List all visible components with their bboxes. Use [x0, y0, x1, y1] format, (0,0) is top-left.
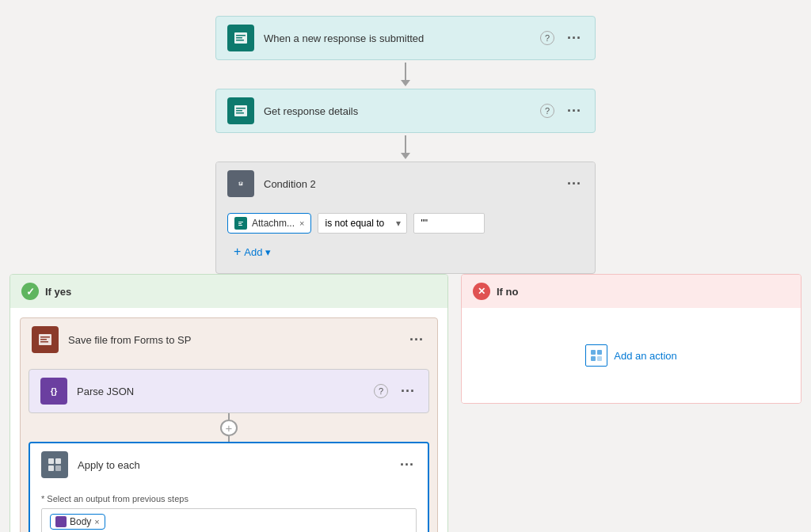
- if-yes-body: Save file from Forms to SP ···: [10, 308, 447, 532]
- step1-more-button[interactable]: ···: [565, 28, 584, 48]
- body-token: Body ×: [50, 514, 105, 530]
- scope-body: {} Parse JSON ? ···: [21, 361, 437, 532]
- condition-add-button[interactable]: + Add ▾: [227, 241, 277, 262]
- if-no-branch: ✕ If no Add an: [461, 274, 801, 404]
- step1-label: When a new response is submitted: [264, 32, 538, 44]
- if-yes-header: ✓ If yes: [10, 275, 447, 308]
- step2-more-button[interactable]: ···: [565, 101, 584, 120]
- apply-each-actions: ···: [398, 455, 417, 474]
- scope-actions: ···: [407, 330, 426, 349]
- scope-icon: [32, 326, 59, 353]
- body-token-text: Body: [70, 516, 91, 527]
- plus-button[interactable]: +: [220, 420, 238, 436]
- svg-rect-5: [236, 108, 246, 109]
- svg-rect-14: [238, 223, 242, 224]
- check-symbol: ✓: [26, 286, 35, 298]
- svg-rect-30: [597, 356, 602, 361]
- condition-operator-select[interactable]: is not equal to: [318, 213, 407, 234]
- help-icon-parse: ?: [374, 384, 388, 398]
- svg-rect-29: [591, 356, 596, 361]
- if-no-header: ✕ If no: [462, 275, 801, 308]
- plus-connector-1: +: [29, 413, 429, 442]
- add-icon-condition: +: [234, 245, 241, 259]
- more-icon-2: ···: [567, 103, 581, 120]
- if-no-body: Add an action: [462, 308, 801, 403]
- plus-line-bottom: [228, 436, 230, 443]
- more-icon-scope: ···: [409, 332, 424, 348]
- add-action-button[interactable]: Add an action: [471, 329, 791, 382]
- attachment-token[interactable]: Attachm... ×: [227, 213, 311, 234]
- scope-save-file: Save file from Forms to SP ···: [20, 317, 438, 532]
- step2-help-button[interactable]: ?: [538, 101, 557, 120]
- output-input-box[interactable]: Body ×: [41, 508, 417, 532]
- svg-rect-7: [236, 112, 244, 114]
- apply-to-each-block: Apply to each ··· * Select an output fro…: [29, 442, 429, 532]
- step-when-new-response: When a new response is submitted ? ···: [215, 16, 596, 60]
- parse-json-row: {} Parse JSON ? ···: [29, 370, 428, 412]
- svg-rect-2: [236, 37, 242, 39]
- forms-icon-1: [227, 25, 254, 51]
- if-yes-branch: ✓ If yes: [10, 274, 448, 532]
- condition-row: Attachm... × is not equal to: [227, 213, 584, 234]
- condition-more-button[interactable]: ···: [565, 174, 584, 193]
- arrow-2: [401, 133, 410, 162]
- condition-block: Condition 2 ···: [215, 162, 596, 274]
- cross-symbol: ✕: [478, 286, 485, 297]
- svg-rect-10: [240, 184, 242, 184]
- svg-rect-9: [240, 183, 242, 184]
- apply-each-label: Apply to each: [78, 459, 398, 471]
- step-get-response-details: Get response details ? ···: [215, 89, 596, 133]
- condition-actions: ···: [565, 174, 584, 193]
- svg-rect-6: [236, 110, 242, 112]
- check-icon: ✓: [21, 283, 39, 300]
- help-icon-2: ?: [540, 104, 554, 118]
- condition-value-input[interactable]: [413, 213, 485, 234]
- step1-help-button[interactable]: ?: [538, 28, 557, 48]
- step1-actions: ? ···: [538, 28, 584, 48]
- svg-rect-28: [597, 350, 602, 355]
- help-icon-1: ?: [540, 31, 554, 45]
- add-action-icon: [585, 344, 607, 367]
- cross-icon: ✕: [473, 283, 490, 300]
- body-token-remove[interactable]: ×: [94, 517, 99, 526]
- if-yes-label: If yes: [45, 286, 71, 298]
- parse-json-label: Parse JSON: [77, 386, 371, 397]
- condition-operator-wrapper: is not equal to: [318, 213, 407, 234]
- scope-more-button[interactable]: ···: [407, 330, 426, 349]
- svg-rect-19: [40, 341, 48, 343]
- arrow-head-1: [401, 80, 410, 86]
- parse-json-actions: ? ···: [371, 382, 417, 401]
- more-icon-parse: ···: [401, 383, 415, 400]
- apply-each-more-button[interactable]: ···: [398, 455, 417, 474]
- if-no-label: If no: [497, 286, 518, 298]
- condition-body: Attachm... × is not equal to + Add ▾: [216, 205, 595, 273]
- condition-icon: [227, 170, 254, 197]
- attachment-token-remove[interactable]: ×: [299, 218, 304, 228]
- step2-label: Get response details: [264, 105, 538, 117]
- scope-header: Save file from Forms to SP ···: [21, 318, 437, 361]
- parse-json-step: {} Parse JSON ? ···: [29, 369, 429, 413]
- svg-rect-11: [240, 182, 242, 183]
- svg-rect-13: [238, 222, 243, 222]
- parse-json-more-button[interactable]: ···: [398, 382, 417, 401]
- svg-rect-21: [55, 458, 61, 464]
- parse-json-help-button[interactable]: ?: [371, 382, 390, 401]
- svg-rect-3: [236, 40, 244, 41]
- svg-rect-17: [40, 336, 50, 338]
- arrow-head-2: [401, 153, 410, 159]
- add-action-label: Add an action: [614, 350, 677, 362]
- svg-rect-27: [591, 350, 596, 355]
- svg-rect-22: [48, 466, 54, 471]
- svg-rect-20: [48, 458, 54, 464]
- arrow-1: [401, 60, 410, 89]
- split-row: ✓ If yes: [10, 274, 801, 532]
- svg-rect-1: [236, 35, 246, 36]
- condition-header: Condition 2 ···: [216, 162, 595, 205]
- attachment-token-text: Attachm...: [252, 218, 295, 229]
- token-icon-attachment: [234, 217, 247, 230]
- more-icon-apply: ···: [400, 457, 414, 473]
- apply-each-icon: [41, 451, 68, 478]
- svg-rect-23: [55, 466, 61, 471]
- step2-actions: ? ···: [538, 101, 584, 120]
- add-chevron-condition: ▾: [265, 246, 271, 258]
